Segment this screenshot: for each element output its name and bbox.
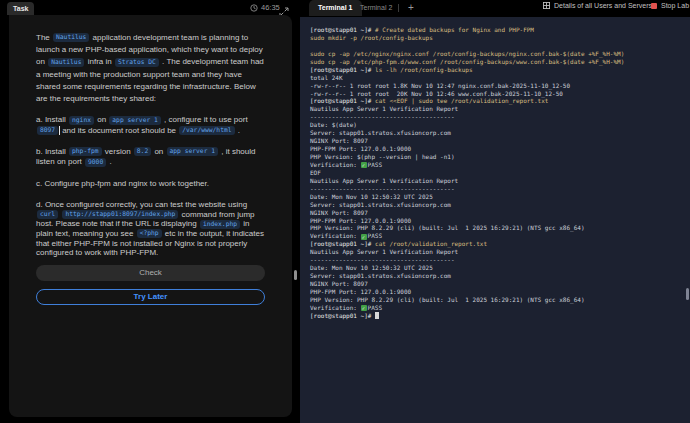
terminal-line: PHP-FPM Port: 127.0.0.1:9000 [310,145,690,153]
pass-check-icon: ✓ [361,162,367,168]
terminal-line: sudo cp -ap /etc/php-fpm.d/www.conf /roo… [310,58,690,66]
details-users-servers-button[interactable]: Details of all Users and Servers [543,2,652,9]
details-label: Details of all Users and Servers [554,2,652,9]
task-requirement-a: a. Install nginx on app server 1 , confi… [36,115,265,136]
terminal-line: Server: stapp01.stratos.xfusioncorp.com [310,129,690,137]
task-requirement-c: c. Configure php-fpm and nginx to work t… [36,179,265,189]
stop-lab-button[interactable]: Stop Lab [651,2,689,9]
terminal-line: ---------------------------------------- [310,185,690,193]
inline-code-chip: <?php [137,229,162,238]
terminal-line: PHP Version: PHP 8.2.29 (cli) (built: Ju… [310,296,690,304]
timer-value: 46:35 [261,3,280,12]
terminal-cursor [375,312,379,319]
terminal-line: -rw-r--r-- 1 root root 20K Nov 10 12:46 … [310,90,690,98]
terminal-line: -rw-r--r-- 1 root root 1.8K Nov 10 12:47… [310,82,690,90]
inline-code-chip: php-fpm [69,147,102,156]
terminal-line: sudo mkdir -p /root/config-backups [310,34,690,42]
inline-code-chip: Nautilus [53,33,89,42]
terminal-line: Verification: ✓PASS [310,232,690,240]
task-intro: The Nautilus application development tea… [36,32,265,105]
terminal-line: [root@stapp01 ~]# ls -lh /root/config-ba… [310,66,690,74]
terminal-line: [root@stapp01 ~]# cat /root/validation_r… [310,240,690,248]
terminal-line: PHP Version: $(php --version | head -n1) [310,153,690,161]
inline-code-chip: /var/www/html [179,126,234,135]
terminal-line: PHP-FPM Port: 127.0.0.1:9000 [310,288,690,296]
pass-check-icon: ✓ [361,234,367,240]
terminal-line: NGINX Port: 8097 [310,137,690,145]
inline-code-chip: curl [37,210,58,219]
terminal-line: Verification: ✓PASS [310,304,690,312]
inline-code-chip: Stratos DC [115,58,159,67]
clock-icon [250,4,258,12]
terminal-line: Verification: ✓PASS [310,161,690,169]
inline-code-chip: 8.2 [134,147,151,156]
inline-code-chip: 9000 [85,158,106,167]
tab-terminal-2[interactable]: Terminal 2 [352,0,400,16]
terminal-line: sudo cp -ap /etc/nginx/nginx.conf /root/… [310,50,690,58]
inline-code-chip: app server 1 [109,116,161,125]
terminal-line: ---------------------------------------- [310,113,690,121]
terminal-line: NGINX Port: 8097 [310,209,690,217]
terminal-line: PHP-FPM Port: 127.0.0.1:9000 [310,217,690,225]
task-scrollbar-thumb[interactable] [294,270,297,280]
expand-icon[interactable] [279,3,289,13]
check-button[interactable]: Check [36,265,265,281]
task-requirement-d: d. Once configured correctly, you can te… [36,200,265,258]
task-panel: The Nautilus application development tea… [9,15,292,417]
inline-code-chip: nginx [69,116,94,125]
terminal-line: [root@stapp01 ~]# # Create dated backups… [310,26,690,34]
inline-code-chip: Nautilus [48,58,84,67]
terminal-line: [root@stapp01 ~]# [310,312,690,320]
inline-code-chip: 8097 [37,126,58,135]
new-terminal-button[interactable]: + [404,0,418,15]
stop-label: Stop Lab [661,2,689,9]
stop-icon [651,3,657,9]
terminal-line: Nautilus App Server 1 Verification Repor… [310,105,690,113]
try-later-button[interactable]: Try Later [36,289,265,305]
terminal-line: total 24K [310,74,690,82]
inline-code-chip: app server 1 [167,147,219,156]
terminal-line: Date: $(date) [310,121,690,129]
terminal-line: Server: stapp01.stratos.xfusioncorp.com [310,272,690,280]
terminal-line: NGINX Port: 8097 [310,280,690,288]
grid-icon [543,2,550,9]
inline-code-chip: http://stapp01:8097/index.php [62,210,178,219]
terminal-line: Date: Mon Nov 10 12:50:32 UTC 2025 [310,264,690,272]
terminal-line: [root@stapp01 ~]# cat <<EOF | sudo tee /… [310,97,690,105]
text-caret [59,126,60,135]
terminal-line: EOF [310,169,690,177]
terminal-output[interactable]: [root@stapp01 ~]# # Create dated backups… [300,17,690,423]
terminal-line: Nautilus App Server 1 Verification Repor… [310,248,690,256]
terminal-scrollbar-thumb[interactable] [686,288,689,300]
terminal-line: Date: Mon Nov 10 12:50:32 UTC 2025 [310,193,690,201]
terminal-line [310,42,690,50]
pass-check-icon: ✓ [361,305,367,311]
terminal-line: Nautilus App Server 1 Verification Repor… [310,177,690,185]
terminal-line: Server: stapp01.stratos.xfusioncorp.com [310,201,690,209]
inline-code-chip: index.php [200,220,240,229]
tab-divider [398,4,399,12]
terminal-line: PHP Version: PHP 8.2.29 (cli) (built: Ju… [310,224,690,232]
terminal-line: ---------------------------------------- [310,256,690,264]
task-requirement-b: b. Install php-fpm version 8.2 on app se… [36,147,265,168]
task-tab[interactable]: Task [7,2,34,15]
